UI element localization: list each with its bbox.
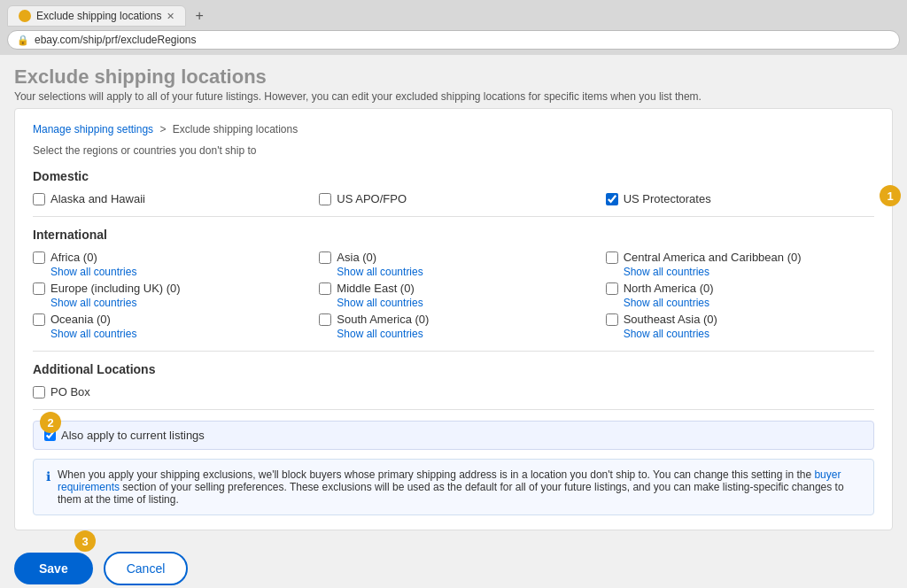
protectorates-label: US Protectorates <box>624 192 711 205</box>
apply-checkbox-row: Also apply to current listings <box>33 421 874 450</box>
domestic-item-alaska: Alaska and Hawaii <box>33 192 301 205</box>
tab-favicon <box>19 10 31 22</box>
section-description: Select the regions or countries you don'… <box>33 144 874 157</box>
middle-east-label: Middle East (0) <box>337 282 414 295</box>
intl-item-asia: Asia (0) Show all countries <box>319 251 587 278</box>
page-content: Exclude shipping locations Your selectio… <box>0 55 907 588</box>
url-text: ebay.com/ship/prf/excludeRegions <box>35 34 197 46</box>
middle-east-show-all-link[interactable]: Show all countries <box>337 297 587 309</box>
apo-label: US APO/FPO <box>337 192 407 205</box>
intl-item-middle-east: Middle East (0) Show all countries <box>319 282 587 309</box>
international-title: International <box>33 228 874 242</box>
north-america-show-all-link[interactable]: Show all countries <box>624 297 874 309</box>
info-text-after: section of your selling preferences. The… <box>58 481 844 506</box>
page-subtitle: Your selections will apply to all of you… <box>14 90 893 103</box>
southeast-asia-show-all-link[interactable]: Show all countries <box>624 328 874 340</box>
badge-1: 1 <box>880 185 901 206</box>
page-title: Exclude shipping locations <box>14 66 893 89</box>
intl-item-oceania: Oceania (0) Show all countries <box>33 313 301 340</box>
action-bar: 3 Save Cancel <box>14 541 893 588</box>
asia-checkbox[interactable] <box>319 251 331 264</box>
europe-show-all-link[interactable]: Show all countries <box>50 297 301 309</box>
alaska-checkbox[interactable] <box>33 193 45 205</box>
breadcrumb-current: Exclude shipping locations <box>173 123 298 135</box>
page-header: Exclude shipping locations Your selectio… <box>14 62 893 108</box>
central-america-show-all-link[interactable]: Show all countries <box>624 266 874 278</box>
central-america-checkbox[interactable] <box>606 251 618 264</box>
additional-item-pobox: PO Box <box>33 385 874 398</box>
oceania-label: Oceania (0) <box>50 313 111 326</box>
additional-section: Additional Locations PO Box <box>33 362 874 398</box>
south-america-label: South America (0) <box>337 313 429 326</box>
intl-item-south-america: South America (0) Show all countries <box>319 313 587 340</box>
north-america-checkbox[interactable] <box>606 282 618 295</box>
africa-label: Africa (0) <box>50 251 97 264</box>
intl-item-north-america: North America (0) Show all countries <box>606 282 874 309</box>
europe-checkbox[interactable] <box>33 282 45 295</box>
intl-item-southeast-asia: Southeast Asia (0) Show all countries <box>606 313 874 340</box>
tab-bar: Exclude shipping locations ✕ + <box>7 5 900 27</box>
main-card: Manage shipping settings > Exclude shipp… <box>14 108 893 530</box>
badge-3: 3 <box>74 530 96 552</box>
asia-label: Asia (0) <box>337 251 376 264</box>
additional-title: Additional Locations <box>33 362 874 376</box>
pobox-label: PO Box <box>50 385 90 398</box>
info-text: When you apply your shipping exclusions,… <box>58 468 861 506</box>
middle-east-checkbox[interactable] <box>319 282 331 295</box>
info-icon: ℹ <box>46 469 50 484</box>
cancel-button[interactable]: Cancel <box>104 552 189 585</box>
protectorates-checkbox[interactable] <box>606 193 618 205</box>
southeast-asia-checkbox[interactable] <box>606 313 618 326</box>
badge-2: 2 <box>40 412 61 433</box>
breadcrumb-parent-link[interactable]: Manage shipping settings <box>33 123 153 135</box>
africa-show-all-link[interactable]: Show all countries <box>50 266 301 278</box>
asia-show-all-link[interactable]: Show all countries <box>337 266 587 278</box>
alaska-label: Alaska and Hawaii <box>50 192 145 205</box>
new-tab-button[interactable]: + <box>190 6 208 26</box>
intl-item-central-america: Central America and Caribbean (0) Show a… <box>606 251 874 278</box>
international-row-1: Africa (0) Show all countries Asia (0) S… <box>33 251 874 278</box>
tab-close-button[interactable]: ✕ <box>167 11 174 22</box>
active-tab[interactable]: Exclude shipping locations ✕ <box>7 5 186 27</box>
apply-current-label: Also apply to current listings <box>61 429 205 442</box>
north-america-label: North America (0) <box>624 282 714 295</box>
oceania-checkbox[interactable] <box>33 313 45 326</box>
international-row-3: Oceania (0) Show all countries South Ame… <box>33 313 874 340</box>
oceania-show-all-link[interactable]: Show all countries <box>50 328 301 340</box>
international-row-2: Europe (including UK) (0) Show all count… <box>33 282 874 309</box>
address-bar[interactable]: 🔒 ebay.com/ship/prf/excludeRegions <box>7 30 900 50</box>
intl-item-europe: Europe (including UK) (0) Show all count… <box>33 282 301 309</box>
divider-2 <box>33 351 874 352</box>
intl-item-africa: Africa (0) Show all countries <box>33 251 301 278</box>
breadcrumb: Manage shipping settings > Exclude shipp… <box>33 123 874 135</box>
browser-chrome: Exclude shipping locations ✕ + 🔒 ebay.co… <box>0 0 907 55</box>
info-box: ℹ When you apply your shipping exclusion… <box>33 459 874 515</box>
divider-1 <box>33 216 874 217</box>
apply-current-container: 2 Also apply to current listings <box>33 421 874 450</box>
domestic-item-apo: US APO/FPO <box>319 192 587 205</box>
breadcrumb-separator: > <box>159 123 166 135</box>
south-america-checkbox[interactable] <box>319 313 331 326</box>
tab-label: Exclude shipping locations <box>36 10 161 22</box>
lock-icon: 🔒 <box>17 35 29 46</box>
domestic-title: Domestic <box>33 169 874 183</box>
central-america-label: Central America and Caribbean (0) <box>624 251 802 264</box>
info-text-before: When you apply your shipping exclusions,… <box>58 468 814 481</box>
save-button[interactable]: Save <box>14 553 93 584</box>
south-america-show-all-link[interactable]: Show all countries <box>337 328 587 340</box>
africa-checkbox[interactable] <box>33 251 45 264</box>
domestic-checkbox-grid: Alaska and Hawaii US APO/FPO US Protecto… <box>33 192 874 205</box>
southeast-asia-label: Southeast Asia (0) <box>624 313 717 326</box>
pobox-checkbox[interactable] <box>33 386 45 398</box>
domestic-item-protectorates: US Protectorates 1 <box>606 192 874 205</box>
apo-checkbox[interactable] <box>319 193 331 205</box>
international-section: International Africa (0) Show all countr… <box>33 228 874 340</box>
domestic-section: Domestic Alaska and Hawaii US APO/FPO <box>33 169 874 205</box>
europe-label: Europe (including UK) (0) <box>50 282 181 295</box>
divider-3 <box>33 409 874 410</box>
